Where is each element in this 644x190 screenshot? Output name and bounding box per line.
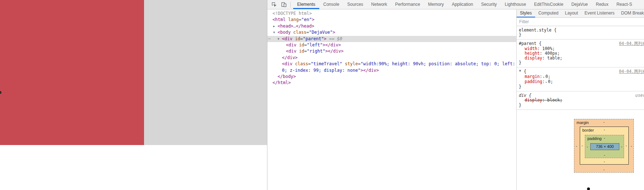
border-bottom-value[interactable]: - (604, 160, 605, 164)
margin-top-value[interactable]: - (603, 120, 605, 124)
property-name[interactable]: padding (525, 79, 542, 84)
code-segment: <body (278, 30, 293, 35)
dom-tree-row[interactable]: <div id="right"></div> (267, 48, 516, 54)
tab-security[interactable]: Security (477, 0, 501, 9)
styles-filter-input[interactable] (517, 19, 644, 24)
inspect-element-icon[interactable] (271, 1, 277, 8)
box-model-diagram: margin - - - - border - - - - padding - … (574, 119, 634, 173)
sidebar-tab-dom-breakpoints[interactable]: DOM Breakpoints (618, 9, 644, 17)
code-segment: <!DOCTYPE html> (272, 11, 312, 16)
code-segment: <head> (278, 24, 293, 29)
shorthand-expand-icon[interactable]: ▸ (543, 75, 545, 79)
code-segment: ></div> (361, 68, 379, 73)
shorthand-expand-icon[interactable]: ▸ (545, 80, 547, 84)
margin-left-value[interactable]: - (576, 144, 577, 148)
sidebar-tab-event-listeners[interactable]: Event Listeners (581, 9, 618, 17)
sidebar-tab-computed[interactable]: Computed (535, 9, 562, 17)
elements-panel: <!DOCTYPE html><html lang="en">▶<head>…<… (267, 9, 516, 190)
code-segment: "timeTravel" (311, 61, 342, 66)
code-segment: > (324, 36, 327, 41)
row-overflow-dots-icon[interactable]: ⋯ (268, 36, 271, 42)
dom-tree-row[interactable]: <!DOCTYPE html> (267, 11, 516, 17)
device-toolbar-icon[interactable] (281, 1, 287, 8)
code-segment: id (295, 36, 300, 41)
stylesheet-source-link[interactable]: 04-04.两列布 (619, 41, 644, 46)
padding-top-value[interactable]: - (604, 136, 605, 140)
property-name[interactable]: margin (525, 74, 540, 79)
dom-tree-row[interactable]: </div> (267, 55, 516, 61)
padding-right-value[interactable]: - (621, 144, 622, 148)
tab-elements[interactable]: Elements (293, 0, 319, 9)
code-segment: id (299, 49, 304, 54)
border-left-value[interactable]: - (582, 144, 583, 148)
box-model-padding-label: padding (587, 136, 602, 141)
box-model-padding-box: padding - - - - 736 × 400 (585, 135, 624, 158)
code-segment: <html (272, 17, 288, 22)
code-segment: = (358, 61, 361, 66)
code-segment: $0 (337, 36, 342, 41)
rule-selector[interactable]: element.style { (517, 28, 644, 33)
tab-application[interactable]: Application (448, 0, 477, 9)
dom-tree-row[interactable]: ▼<body class="DejaVue"> (267, 29, 516, 36)
stylesheet-source-link[interactable]: 04-04.两列布 (619, 69, 644, 74)
css-property-display[interactable]: display: block; (517, 98, 644, 103)
devtools-toolbar: ElementsConsoleSourcesNetworkPerformance… (267, 0, 644, 9)
code-segment: == (327, 36, 337, 41)
padding-left-value[interactable]: - (587, 144, 588, 148)
margin-right-value[interactable]: - (631, 144, 632, 148)
css-property-display[interactable]: display: table; (517, 56, 644, 61)
css-property-padding[interactable]: padding:▸0; (517, 79, 644, 84)
code-segment: > (312, 17, 314, 22)
property-name[interactable]: display (525, 55, 542, 61)
dom-tree-row-selected[interactable]: ⋯▼<div id="parent"> == $0 (267, 36, 516, 42)
expander-open-icon[interactable]: ▼ (273, 29, 275, 36)
property-name[interactable]: width (525, 46, 537, 51)
dom-tree-row[interactable]: </html> (267, 80, 516, 86)
tab-react-s[interactable]: React-S (612, 0, 636, 9)
dom-tree-row[interactable]: <div id="left"></div> (267, 42, 516, 48)
dom-tree-row[interactable]: </body> (267, 74, 516, 80)
dom-tree-row[interactable]: <div class="timeTravel" style="width:90%… (267, 61, 516, 67)
margin-bottom-value[interactable]: - (603, 168, 605, 172)
code-segment: <div (282, 36, 295, 41)
styles-filter-bar (517, 18, 644, 26)
page-left-div (0, 0, 144, 145)
devtools-bottom-dot (587, 187, 590, 190)
code-segment: = (299, 17, 301, 22)
tab-performance[interactable]: Performance (391, 0, 424, 9)
property-name[interactable]: display (525, 98, 542, 103)
border-top-value[interactable]: - (604, 128, 605, 132)
rule-close-brace: } (517, 103, 644, 108)
border-right-value[interactable]: - (625, 144, 627, 148)
expander-open-icon[interactable]: ▼ (278, 36, 279, 42)
sidebar-tab-styles[interactable]: Styles (517, 9, 535, 17)
tab-console[interactable]: Console (319, 0, 343, 9)
tab-network[interactable]: Network (367, 0, 391, 9)
tab-sources[interactable]: Sources (343, 0, 367, 9)
dom-tree-row[interactable]: ▶<head>…</head> (267, 23, 516, 29)
css-rule-element-style: element.style {} (517, 26, 644, 40)
dom-tree-row[interactable]: 0; z-index: 99; display: none"></div> (267, 67, 516, 74)
tab-dejavue[interactable]: DejaVue (567, 0, 592, 9)
tab-redux[interactable]: Redux (592, 0, 612, 9)
css-rule-div: div {user agent stylesheetdisplay: block… (517, 91, 644, 110)
code-segment: ></div> (323, 42, 341, 48)
expander-closed-icon[interactable]: ▶ (273, 23, 275, 29)
code-segment: id (299, 42, 304, 48)
code-segment: = (304, 49, 307, 54)
code-segment: <div (282, 61, 295, 66)
stylesheet-origin-label: user agent stylesheet (635, 93, 644, 98)
sidebar-tab-layout[interactable]: Layout (562, 9, 581, 17)
tab-lighthouse[interactable]: Lighthouse (501, 0, 530, 9)
property-name[interactable]: height (525, 51, 540, 56)
page-right-div (144, 0, 267, 145)
padding-bottom-value[interactable]: - (604, 153, 605, 157)
box-model-content-box[interactable]: 736 × 400 (590, 143, 619, 150)
dom-tree-row[interactable]: <html lang="en"> (267, 17, 516, 23)
tab-memory[interactable]: Memory (424, 0, 448, 9)
code-segment: </head> (296, 24, 315, 29)
rule-close-brace: } (517, 33, 644, 37)
tab-editthiscookie[interactable]: EditThisCookie (530, 0, 567, 9)
box-model-border-label: border (582, 128, 594, 132)
css-property-margin[interactable]: margin:▸0; (517, 74, 644, 79)
